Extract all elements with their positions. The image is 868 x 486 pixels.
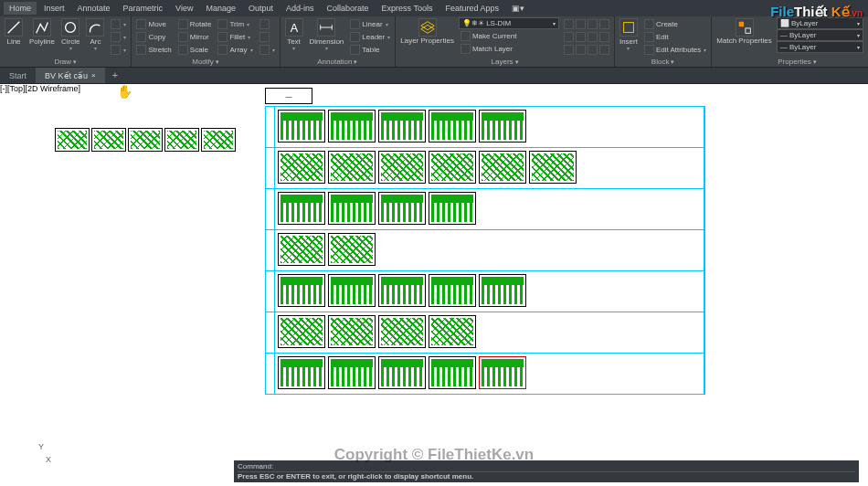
table-icon: [350, 45, 360, 55]
linear-button[interactable]: Linear▾: [348, 17, 392, 30]
sheet-thumb: [278, 233, 325, 266]
sheet-thumb: [128, 128, 163, 152]
tab-drawing[interactable]: BV Kết cấu×: [36, 68, 105, 83]
dimension-button[interactable]: Dimension▾: [308, 17, 346, 52]
insert-button[interactable]: Insert▾: [618, 17, 640, 52]
arc-icon: [86, 18, 104, 37]
modify-misc-3[interactable]: ▾: [258, 43, 277, 56]
draw-misc-2[interactable]: ▾: [109, 30, 128, 43]
trim-icon: [217, 19, 228, 29]
move-button[interactable]: Move: [134, 17, 173, 30]
modify-misc-1[interactable]: [258, 17, 277, 30]
text-button[interactable]: A Text▾: [283, 17, 305, 52]
menu-parametric[interactable]: Parametric: [118, 2, 169, 15]
stretch-button[interactable]: Stretch: [134, 43, 173, 56]
modify-misc-2[interactable]: [258, 30, 277, 43]
arc-button[interactable]: Arc▾: [84, 17, 106, 52]
layer-misc-2[interactable]: [562, 30, 611, 43]
match-properties-button[interactable]: Match Properties: [715, 17, 773, 46]
panel-draw-title[interactable]: Draw: [3, 57, 128, 67]
sheet-thumb: [479, 274, 526, 307]
copy-icon: [136, 32, 146, 42]
linetype-dropdown[interactable]: — ByLayer▾: [777, 41, 863, 53]
table-button[interactable]: Table: [348, 43, 392, 56]
menu-collaborate[interactable]: Collaborate: [322, 2, 375, 15]
copy-button[interactable]: Copy: [134, 30, 173, 43]
panel-properties-title[interactable]: Properties: [715, 57, 868, 67]
new-tab-button[interactable]: +: [105, 68, 125, 83]
panel-layers-title[interactable]: Layers: [398, 57, 611, 67]
sheet-thumb: [378, 315, 426, 348]
menu-annotate[interactable]: Annotate: [72, 2, 116, 15]
menu-addins[interactable]: Add-ins: [281, 2, 320, 15]
grid-row: [266, 354, 704, 395]
menu-insert[interactable]: Insert: [38, 2, 70, 15]
viewport-label[interactable]: [-][Top][2D Wireframe]: [0, 84, 80, 93]
sheet-thumb: [278, 274, 325, 307]
array-button[interactable]: Array▾: [216, 43, 254, 56]
sheet-thumb: [479, 110, 526, 143]
sheet-thumb: [91, 128, 126, 152]
dimension-icon: [317, 18, 335, 37]
layer-properties-button[interactable]: Layer Properties: [398, 17, 456, 46]
menu-home[interactable]: Home: [4, 2, 37, 15]
line-button[interactable]: Line: [3, 17, 25, 47]
lineweight-dropdown[interactable]: — ByLayer▾: [777, 29, 863, 41]
drawing-area[interactable]: [-][Top][2D Wireframe] ✋ — Y X: [0, 84, 868, 470]
sheet-thumb: [429, 151, 476, 184]
menu-express-tools[interactable]: Express Tools: [376, 2, 439, 15]
sheet-thumb: [429, 315, 476, 348]
sheet-thumb: [378, 356, 426, 389]
fillet-button[interactable]: Fillet▾: [216, 30, 254, 43]
sheet-thumb: [479, 356, 526, 389]
sheet-thumb: [201, 128, 236, 152]
layer-misc-3[interactable]: [562, 43, 611, 56]
command-line[interactable]: Command: Press ESC or ENTER to exit, or …: [234, 460, 859, 482]
make-current-button[interactable]: Make Current: [459, 29, 559, 42]
draw-misc-3[interactable]: ▾: [109, 43, 128, 56]
menu-bar: Home Insert Annotate Parametric View Man…: [0, 0, 868, 16]
panel-modify-title[interactable]: Modify: [134, 57, 276, 67]
trim-button[interactable]: Trim▾: [216, 17, 254, 30]
sheet-thumb: [278, 356, 325, 389]
svg-rect-8: [624, 23, 634, 33]
match-properties-icon: [736, 18, 754, 37]
edit-block-button[interactable]: Edit: [642, 30, 708, 43]
line-icon: [5, 18, 23, 37]
layer-dropdown[interactable]: 💡❄☀ LS-DIM▾: [459, 17, 559, 29]
sheet-thumb: [429, 356, 476, 389]
create-block-button[interactable]: Create: [642, 17, 708, 30]
tab-start[interactable]: Start: [0, 68, 36, 83]
file-tabs: Start BV Kết cấu× +: [0, 68, 868, 84]
svg-point-1: [66, 23, 76, 33]
sheet-thumb: [328, 274, 376, 307]
sheet-grid: —: [265, 88, 705, 395]
draw-misc-1[interactable]: ▾: [109, 17, 128, 30]
panel-block-title[interactable]: Block: [618, 57, 708, 67]
match-layer-icon: [460, 44, 471, 54]
sheet-thumb: [328, 151, 376, 184]
svg-rect-10: [745, 28, 749, 33]
menu-featured-apps[interactable]: Featured Apps: [439, 2, 504, 15]
close-icon[interactable]: ×: [91, 71, 96, 79]
pan-cursor-icon: ✋: [117, 84, 132, 99]
scale-button[interactable]: Scale: [176, 43, 214, 56]
circle-button[interactable]: Circle▾: [59, 17, 81, 52]
polyline-button[interactable]: Polyline: [27, 17, 57, 47]
menu-view[interactable]: View: [170, 2, 198, 15]
grid-row: [266, 312, 704, 354]
rotate-button[interactable]: Rotate: [176, 17, 214, 30]
mirror-button[interactable]: Mirror: [176, 30, 214, 43]
svg-text:A: A: [290, 22, 298, 35]
match-layer-button[interactable]: Match Layer: [459, 42, 559, 55]
leader-button[interactable]: Leader▾: [348, 30, 392, 43]
menu-output[interactable]: Output: [243, 2, 279, 15]
layer-misc-1[interactable]: [562, 17, 611, 30]
menu-focus-icon[interactable]: ▣▾: [506, 2, 530, 15]
edit-attributes-button[interactable]: Edit Attributes▾: [642, 43, 708, 56]
sheet-thumb: [328, 110, 376, 143]
sheet-thumb: [328, 356, 376, 389]
menu-manage[interactable]: Manage: [200, 2, 241, 15]
svg-rect-9: [738, 22, 743, 26]
panel-annotation-title[interactable]: Annotation: [283, 57, 393, 67]
